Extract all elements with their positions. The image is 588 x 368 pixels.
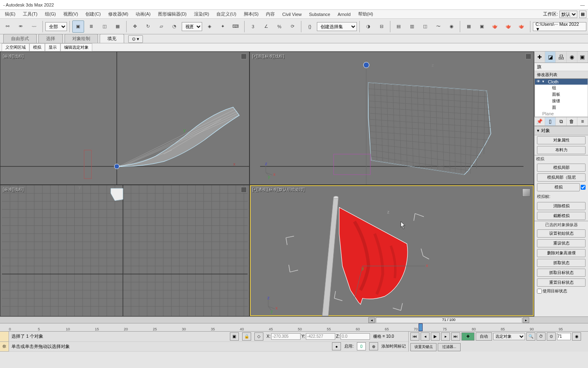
viewport-maximize-icon[interactable] — [241, 54, 247, 59]
unlink-icon[interactable]: ⚮ — [15, 20, 27, 33]
viewport-perspective[interactable]: [+][透视][标准][默认明暗处理] z — [250, 185, 534, 316]
menu-scripting[interactable]: 脚本(S) — [241, 10, 262, 18]
set-keys-button[interactable]: 设置关键点 — [410, 343, 437, 351]
render-setup-icon[interactable]: ▦ — [463, 20, 474, 33]
hierarchy-tab-icon[interactable]: 品 — [556, 52, 566, 63]
rotate-icon[interactable]: ↻ — [142, 20, 154, 33]
menu-help[interactable]: 帮助(H) — [355, 10, 376, 18]
bind-spacewarp-icon[interactable]: 〰 — [28, 20, 40, 33]
selection-filter-dropdown[interactable]: 全部 — [45, 22, 67, 31]
rollout-header[interactable]: ▾对象 — [535, 126, 588, 135]
tab-populate[interactable]: 填充 — [100, 34, 124, 43]
current-frame-input[interactable] — [557, 333, 571, 340]
create-tab-icon[interactable]: ✚ — [535, 52, 545, 63]
percent-snap-icon[interactable]: % — [274, 20, 285, 33]
goto-end-icon[interactable]: ⏭ — [451, 332, 460, 341]
key-target-dropdown[interactable]: 选定对象 — [493, 333, 525, 340]
menu-create[interactable]: 创建(C) — [82, 10, 104, 18]
viewport-top[interactable]: [标准][线框] x y — [0, 52, 249, 184]
display-tab-icon[interactable]: ▣ — [577, 52, 588, 63]
curve-editor-icon[interactable]: ◫ — [419, 20, 431, 33]
sub-edit-selected[interactable]: 编辑选定对象 — [60, 43, 92, 52]
material-editor-icon[interactable]: ◉ — [445, 20, 457, 33]
render-production-icon[interactable]: 🫖 — [502, 20, 514, 33]
modifier-plane[interactable]: Plane — [535, 111, 588, 117]
time-config-icon[interactable]: ⏱ — [537, 332, 546, 341]
scrub-right-icon[interactable]: ▸ — [523, 317, 529, 323]
sub-idle-area[interactable]: 义空闲区域 — [2, 43, 29, 52]
move-icon[interactable]: ✥ — [129, 20, 141, 33]
grab-state-button[interactable]: 抓取状态 — [537, 259, 586, 267]
schematic-view-icon[interactable]: 〜 — [432, 20, 444, 33]
manipulate-icon[interactable]: ✦ — [216, 20, 228, 33]
modifier-sub-face[interactable]: 面 — [535, 104, 588, 111]
motion-tab-icon[interactable]: ◉ — [567, 52, 577, 63]
lock-icon[interactable]: 🔒 — [242, 332, 251, 341]
play-icon[interactable]: ▶ — [431, 332, 440, 341]
menu-civil-view[interactable]: Civil View — [279, 11, 305, 18]
sub-simulate[interactable]: 模拟 — [29, 43, 45, 52]
render-icon[interactable]: 🫖 — [489, 20, 501, 33]
viewport-label[interactable]: [标准][线框] — [3, 54, 24, 59]
sub-display[interactable]: 显示 — [45, 43, 60, 52]
workspace-dropdown[interactable]: 默认 — [559, 11, 577, 18]
goto-start-icon[interactable]: ⏮ — [410, 332, 419, 341]
eye-icon[interactable]: 👁 — [537, 79, 540, 83]
spinner-snap-icon[interactable]: ⟳ — [287, 20, 298, 33]
use-target-state-checkbox[interactable] — [537, 289, 542, 294]
tab-selection[interactable]: 选择 — [38, 34, 63, 43]
next-frame-icon[interactable]: ▸ — [441, 332, 450, 341]
ref-coord-dropdown[interactable]: 视图 — [182, 22, 202, 31]
script-output[interactable]: 你 — [0, 342, 9, 352]
menu-group[interactable]: 组(G) — [42, 10, 59, 18]
object-name-field[interactable]: 旗 — [535, 63, 588, 71]
simulate-local-button[interactable]: 模拟局部 — [537, 164, 586, 172]
reset-state-button[interactable]: 重设状态 — [537, 239, 586, 247]
select-by-name-icon[interactable]: ≣ — [85, 20, 97, 33]
pin-stack-icon[interactable]: 📌 — [535, 117, 545, 126]
viewport-label[interactable]: [+][透视][标准][默认明暗处理] — [252, 187, 305, 193]
link-icon[interactable]: ⚯ — [2, 20, 13, 33]
z-coord-input[interactable] — [341, 333, 370, 340]
modifier-stack[interactable]: 👁▾Cloth 组 面板 接缝 面 Plane — [535, 79, 588, 117]
menu-arnold[interactable]: Arnold — [334, 11, 354, 18]
x-coord-input[interactable] — [271, 333, 301, 340]
workspace-config-icon[interactable]: ▦ — [579, 11, 586, 18]
make-unique-icon[interactable]: ⧉ — [556, 117, 566, 126]
edit-named-sel-icon[interactable]: {} — [304, 20, 316, 33]
render-iterative-icon[interactable]: 🫖 — [515, 20, 527, 33]
modifier-cloth[interactable]: 👁▾Cloth — [535, 79, 588, 85]
remove-modifier-icon[interactable]: 🗑 — [567, 117, 577, 126]
render-frame-icon[interactable]: ▣ — [476, 20, 488, 33]
enable-indicator[interactable]: 0 — [357, 342, 366, 350]
named-sel-dropdown[interactable]: 创建选择集 — [317, 22, 357, 31]
placement-icon[interactable]: ◔ — [169, 20, 180, 33]
minimize-icon[interactable]: — — [580, 2, 585, 7]
expand-icon[interactable]: ▾ — [542, 79, 544, 83]
add-time-marker[interactable]: 添加时间标记 — [381, 343, 406, 349]
scale-icon[interactable]: ▱ — [155, 20, 167, 33]
menu-modifiers[interactable]: 修改器(M) — [105, 10, 132, 18]
select-object-icon[interactable]: ▣ — [72, 20, 84, 33]
scrub-left-icon[interactable]: ◂ — [368, 317, 375, 323]
viewport-maximize-icon[interactable] — [241, 187, 247, 193]
menu-rendering[interactable]: 渲染(R) — [191, 10, 212, 18]
mirror-icon[interactable]: ◑ — [362, 20, 374, 33]
simulate-checkbox[interactable] — [581, 185, 586, 190]
menu-content[interactable]: 内容 — [263, 10, 278, 18]
simulate-local-damped-button[interactable]: 模拟局部（阻尼 — [537, 173, 586, 182]
set-key-large-icon[interactable]: ✚ — [461, 332, 474, 341]
y-coord-input[interactable] — [306, 333, 335, 340]
menu-customize[interactable]: 自定义(U) — [213, 10, 239, 18]
menu-tools[interactable]: 工具(T) — [20, 10, 41, 18]
maxscript-icon[interactable]: ● — [332, 342, 341, 350]
viewport-label[interactable]: [+][前][标准][线框] — [252, 54, 284, 59]
keyboard-shortcut-icon[interactable]: ⌨ — [230, 20, 242, 33]
modifier-list-label[interactable]: 修改器列表 — [535, 71, 588, 79]
grab-target-state-button[interactable]: 抓取目标状态 — [537, 269, 586, 277]
truncate-simulation-button[interactable]: 截断模拟 — [537, 212, 586, 220]
toggle-ribbon-icon[interactable]: ▥ — [406, 20, 418, 33]
rect-region-icon[interactable]: ◫ — [98, 20, 110, 33]
tab-freeform[interactable]: 自由形式 — [3, 34, 37, 43]
auto-key-button[interactable]: 自动 — [476, 332, 492, 341]
